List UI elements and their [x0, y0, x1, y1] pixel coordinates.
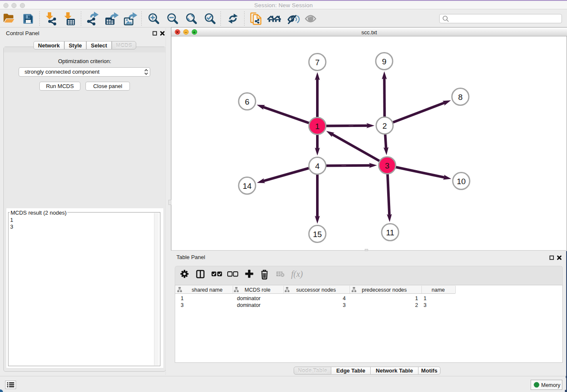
svg-text:Memory: Memory	[541, 382, 561, 388]
svg-text:11: 11	[386, 228, 394, 237]
svg-text:8: 8	[458, 93, 463, 102]
svg-text:14: 14	[242, 182, 252, 190]
svg-text:9: 9	[382, 57, 387, 66]
svg-text:f(x): f(x)	[291, 269, 303, 279]
svg-text:10: 10	[457, 177, 465, 186]
svg-text:1: 1	[315, 122, 320, 131]
svg-text:7: 7	[315, 58, 320, 67]
svg-text:4: 4	[315, 162, 320, 171]
svg-text:6: 6	[245, 97, 250, 106]
svg-text:15: 15	[313, 230, 322, 239]
svg-text:2: 2	[383, 121, 387, 130]
svg-text:3: 3	[385, 161, 390, 170]
